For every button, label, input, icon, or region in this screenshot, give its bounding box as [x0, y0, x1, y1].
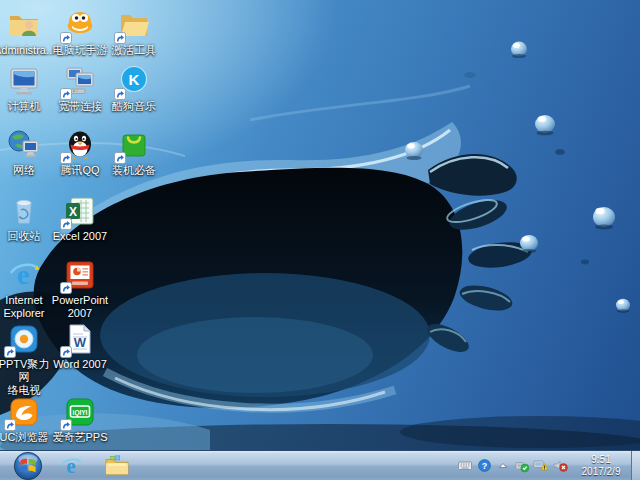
desktop-icon-label: PPTV聚力 网 络电视	[0, 358, 54, 397]
svg-text:W: W	[74, 335, 87, 350]
desktop-icon-label: 网络	[0, 164, 54, 177]
help-question-icon[interactable]: ?	[476, 458, 492, 474]
show-hidden-icons-arrow	[497, 458, 509, 473]
desktop-icon-label: 爱奇艺PPS	[50, 431, 110, 444]
desktop-wallpaper[interactable]: Administra... 电脑玩手游 激活工具 计算机	[0, 0, 640, 450]
desktop-icon-broadband-connection[interactable]: 宽带连接	[50, 64, 110, 113]
desktop-icon-pptv[interactable]: PPTV聚力 网 络电视	[0, 322, 54, 397]
shortcut-arrow-icon	[60, 152, 72, 164]
taskbar-internet-explorer-button[interactable]: e	[53, 452, 89, 480]
iqiyi-pps-icon: iQIYI	[63, 395, 97, 429]
desktop-icon-label: PowerPoint 2007	[50, 294, 110, 320]
desktop-icon-label: 腾讯QQ	[50, 164, 110, 177]
desktop-icon-label: Internet Explorer	[0, 294, 54, 320]
desktop-icon-iqiyi-pps[interactable]: iQIYI 爱奇艺PPS	[50, 395, 110, 444]
clock-date: 2017/2/9	[577, 466, 625, 478]
internet-explorer-icon: e	[7, 258, 41, 292]
shortcut-arrow-icon	[114, 32, 126, 44]
volume-muted-icon[interactable]	[552, 458, 568, 474]
shortcut-arrow-icon	[114, 88, 126, 100]
qq-penguin-icon	[63, 128, 97, 162]
shortcut-arrow-icon	[60, 32, 72, 44]
system-tray: ? 9:51 2017/2/9	[457, 451, 640, 480]
svg-text:?: ?	[481, 461, 487, 471]
desktop-icon-kugou-music[interactable]: K 酷狗音乐	[104, 64, 164, 113]
windows-explorer-folder-icon	[105, 454, 129, 478]
desktop-icon-tencent-qq[interactable]: 腾讯QQ	[50, 128, 110, 177]
svg-text:X: X	[69, 205, 77, 219]
uc-browser-icon	[7, 395, 41, 429]
desktop-icon-label: 电脑玩手游	[50, 44, 110, 57]
desktop-icon-label: 宽带连接	[50, 100, 110, 113]
clock-time: 9:51	[577, 454, 625, 466]
desktop-icon-computer[interactable]: 计算机	[0, 64, 54, 113]
taskbar-explorer-button[interactable]	[99, 452, 135, 480]
shortcut-arrow-icon	[60, 282, 72, 294]
green-bag-icon	[117, 128, 151, 162]
desktop-icon-uc-browser[interactable]: UC浏览器	[0, 395, 54, 444]
start-button[interactable]	[13, 451, 43, 480]
pptv-icon	[7, 322, 41, 356]
network-globe-icon	[7, 128, 41, 162]
show-desktop-button[interactable]	[631, 451, 640, 480]
svg-text:e: e	[66, 454, 75, 478]
game-monster-icon	[63, 8, 97, 42]
svg-text:K: K	[129, 71, 140, 88]
taskbar-clock[interactable]: 9:51 2017/2/9	[577, 454, 625, 478]
desktop-icon-label: 激活工具	[104, 44, 164, 57]
desktop-icon-excel-2007[interactable]: X Excel 2007	[50, 194, 110, 243]
shortcut-arrow-icon	[60, 419, 72, 431]
desktop-icon-activation-tools[interactable]: 激活工具	[104, 8, 164, 57]
show-hidden-icons-button[interactable]	[495, 458, 511, 474]
desktop-icon-essential-software[interactable]: 装机必备	[104, 128, 164, 177]
shortcut-arrow-icon	[114, 152, 126, 164]
shortcut-arrow-icon	[4, 419, 16, 431]
shortcut-arrow-icon	[60, 88, 72, 100]
desktop-icon-label: Administra...	[0, 44, 54, 57]
svg-text:iQIYI: iQIYI	[73, 409, 88, 417]
network-warning-icon[interactable]	[533, 458, 549, 474]
computer-icon	[7, 64, 41, 98]
shortcut-arrow-icon	[60, 218, 72, 230]
shortcut-arrow-icon	[60, 346, 72, 358]
broadband-connection-icon	[63, 64, 97, 98]
recycle-bin-icon	[7, 194, 41, 228]
input-keyboard-icon[interactable]	[457, 458, 473, 474]
desktop-icon-word-2007[interactable]: W Word 2007	[50, 322, 110, 371]
desktop-icon-label: 酷狗音乐	[104, 100, 164, 113]
desktop-icon-administrator[interactable]: Administra...	[0, 8, 54, 57]
windows-start-orb	[13, 451, 43, 480]
user-folder-icon	[7, 8, 41, 42]
desktop: Administra... 电脑玩手游 激活工具 计算机	[0, 0, 640, 480]
desktop-icon-label: Excel 2007	[50, 230, 110, 243]
internet-explorer-icon: e	[59, 454, 83, 478]
desktop-icon-powerpoint-2007[interactable]: PowerPoint 2007	[50, 258, 110, 320]
desktop-icon-label: 计算机	[0, 100, 54, 113]
taskbar[interactable]: e ? 9:51 201	[0, 450, 640, 480]
excel-icon: X	[63, 194, 97, 228]
desktop-icon-internet-explorer[interactable]: e Internet Explorer	[0, 258, 54, 320]
desktop-icon-label: UC浏览器	[0, 431, 54, 444]
desktop-icon-recycle-bin[interactable]: 回收站	[0, 194, 54, 243]
folder-icon	[117, 8, 151, 42]
desktop-icon-label: Word 2007	[50, 358, 110, 371]
desktop-icon-label: 回收站	[0, 230, 54, 243]
powerpoint-icon	[63, 258, 97, 292]
shortcut-arrow-icon	[4, 346, 16, 358]
desktop-icon-network[interactable]: 网络	[0, 128, 54, 177]
word-icon: W	[63, 322, 97, 356]
security-ok-check-icon[interactable]	[514, 458, 530, 474]
desktop-icon-pc-mobile-games[interactable]: 电脑玩手游	[50, 8, 110, 57]
desktop-icon-label: 装机必备	[104, 164, 164, 177]
kugou-music-icon: K	[117, 64, 151, 98]
